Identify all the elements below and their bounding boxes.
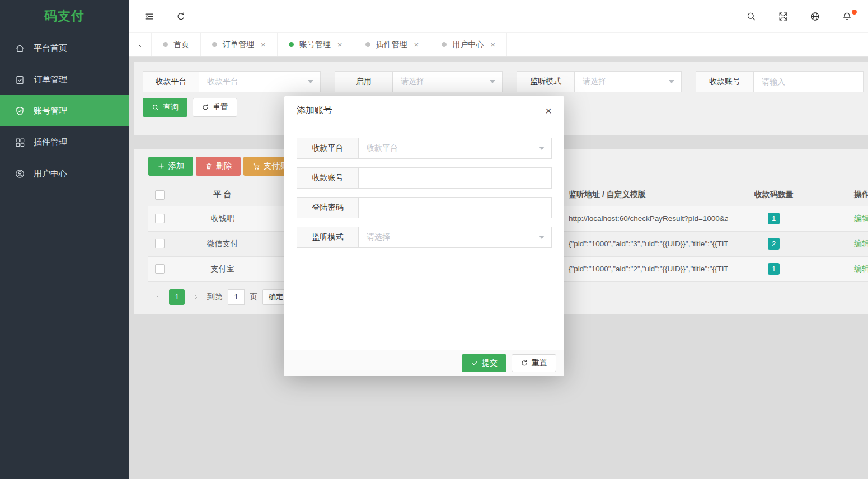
search-icon bbox=[746, 11, 757, 22]
filter-reset-button[interactable]: 重置 bbox=[193, 98, 237, 117]
menu-collapse-button[interactable] bbox=[143, 11, 154, 22]
platform-select[interactable]: 收款平台 bbox=[359, 138, 551, 158]
tabs-back-button[interactable] bbox=[129, 33, 152, 56]
modal-reset-button[interactable]: 重置 bbox=[512, 354, 556, 372]
tab-orders[interactable]: 订单管理 × bbox=[201, 33, 278, 56]
refresh-icon bbox=[520, 359, 528, 367]
sidebar-item-user-center[interactable]: 用户中心 bbox=[0, 158, 129, 189]
tab-user-center[interactable]: 用户中心 × bbox=[430, 33, 507, 56]
chevron-left-icon bbox=[137, 41, 143, 48]
sidebar: 码支付 平台首页 订单管理 账号管理 插件管理 用户中心 bbox=[0, 0, 129, 479]
search-button[interactable] bbox=[745, 11, 757, 22]
edit-link[interactable]: 编辑 bbox=[854, 214, 868, 223]
chevron-down-icon bbox=[539, 236, 545, 239]
qr-count-badge: 1 bbox=[768, 213, 780, 224]
chevron-left-icon bbox=[154, 294, 161, 300]
cell-platform: 支付宝 bbox=[171, 256, 274, 281]
add-account-modal: 添加账号 × 收款平台 收款平台 收款账号 登陆密码 监听模式 bbox=[284, 96, 564, 376]
refresh-page-button[interactable] bbox=[175, 11, 186, 22]
row-checkbox[interactable] bbox=[155, 264, 165, 274]
filter-enabled-select[interactable]: 请选择 bbox=[393, 72, 502, 92]
sidebar-item-orders[interactable]: 订单管理 bbox=[0, 64, 129, 95]
sidebar-item-accounts[interactable]: 账号管理 bbox=[0, 95, 129, 126]
next-page-button[interactable] bbox=[190, 289, 202, 305]
goto-page-input[interactable] bbox=[228, 289, 245, 305]
fullscreen-button[interactable] bbox=[777, 11, 789, 22]
sidebar-item-label: 插件管理 bbox=[34, 137, 67, 148]
sidebar-item-home[interactable]: 平台首页 bbox=[0, 32, 129, 64]
button-label: 重置 bbox=[532, 358, 547, 368]
home-icon bbox=[15, 43, 25, 54]
tab-plugins[interactable]: 插件管理 × bbox=[354, 33, 431, 56]
select-placeholder: 收款平台 bbox=[207, 77, 238, 87]
goto-page-label: 到第 bbox=[207, 292, 223, 302]
refresh-icon bbox=[176, 11, 186, 22]
search-icon bbox=[152, 104, 159, 111]
select-all-checkbox[interactable] bbox=[155, 190, 165, 200]
field-label: 登陆密码 bbox=[297, 198, 359, 218]
select-placeholder: 请选择 bbox=[401, 77, 424, 87]
filter-platform-select[interactable]: 收款平台 bbox=[199, 72, 320, 92]
delete-button[interactable]: 删除 bbox=[196, 157, 241, 176]
modal-submit-button[interactable]: 提交 bbox=[462, 354, 506, 372]
add-account-button[interactable]: 添加 bbox=[148, 157, 193, 176]
brand-logo: 码支付 bbox=[0, 0, 129, 32]
modal-field-account: 收款账号 bbox=[297, 167, 552, 189]
cart-icon bbox=[252, 162, 260, 170]
tab-dot bbox=[442, 42, 447, 47]
edit-link[interactable]: 编辑 bbox=[854, 239, 868, 248]
filter-enabled-label: 启用 bbox=[335, 72, 393, 92]
tab-label: 订单管理 bbox=[223, 40, 254, 50]
fullscreen-icon bbox=[778, 11, 789, 22]
qr-count-badge: 1 bbox=[768, 263, 780, 275]
filter-account: 收款账号 bbox=[696, 71, 864, 92]
col-header-listen: 监听地址 / 自定义模版 bbox=[565, 184, 728, 206]
button-label: 重置 bbox=[213, 102, 228, 112]
app-root: 码支付 平台首页 订单管理 账号管理 插件管理 用户中心 bbox=[0, 0, 868, 479]
tab-bar: 首页 订单管理 × 账号管理 × 插件管理 × 用户中心 × bbox=[129, 32, 868, 57]
page-unit-label: 页 bbox=[250, 292, 257, 302]
sidebar-item-label: 账号管理 bbox=[34, 106, 67, 116]
tab-close-icon[interactable]: × bbox=[261, 40, 266, 49]
tab-dot bbox=[163, 42, 168, 47]
select-placeholder: 请选择 bbox=[583, 77, 606, 87]
chevron-right-icon bbox=[193, 294, 199, 300]
row-checkbox[interactable] bbox=[155, 239, 165, 248]
sidebar-item-plugins[interactable]: 插件管理 bbox=[0, 126, 129, 158]
button-label: 添加 bbox=[168, 161, 184, 171]
tab-close-icon[interactable]: × bbox=[414, 40, 419, 49]
filter-account-label: 收款账号 bbox=[696, 72, 754, 92]
tab-label: 首页 bbox=[173, 40, 189, 50]
account-search-input[interactable] bbox=[754, 72, 863, 92]
search-submit-button[interactable]: 查询 bbox=[143, 98, 187, 117]
notifications-button[interactable] bbox=[841, 11, 852, 22]
modal-field-listen-mode: 监听模式 请选择 bbox=[297, 227, 552, 248]
modal-title: 添加账号 bbox=[297, 105, 332, 116]
chevron-down-icon bbox=[308, 80, 313, 83]
sidebar-item-label: 用户中心 bbox=[34, 168, 67, 179]
tab-close-icon[interactable]: × bbox=[490, 40, 495, 49]
globe-icon bbox=[810, 11, 820, 22]
tab-close-icon[interactable]: × bbox=[337, 40, 342, 49]
plugin-grid-icon bbox=[15, 137, 25, 148]
account-input[interactable] bbox=[359, 168, 551, 188]
field-label: 监听模式 bbox=[297, 227, 359, 247]
field-label: 收款平台 bbox=[297, 138, 359, 158]
row-checkbox[interactable] bbox=[155, 214, 165, 223]
filter-listen-mode-label: 监听模式 bbox=[517, 72, 575, 92]
order-clipboard-icon bbox=[15, 74, 25, 85]
modal-close-icon[interactable]: × bbox=[545, 105, 552, 116]
filter-enabled: 启用 请选择 bbox=[335, 71, 503, 92]
filter-listen-mode: 监听模式 请选择 bbox=[517, 71, 682, 92]
listen-mode-select[interactable]: 请选择 bbox=[359, 227, 551, 247]
tab-accounts[interactable]: 账号管理 × bbox=[278, 33, 354, 56]
page-number-button[interactable]: 1 bbox=[169, 289, 185, 305]
edit-link[interactable]: 编辑 bbox=[854, 264, 868, 273]
tab-home[interactable]: 首页 bbox=[152, 33, 201, 56]
password-input[interactable] bbox=[359, 198, 551, 218]
sidebar-item-label: 平台首页 bbox=[34, 43, 67, 54]
filter-listen-mode-select[interactable]: 请选择 bbox=[575, 72, 681, 92]
prev-page-button[interactable] bbox=[152, 289, 164, 305]
tab-label: 账号管理 bbox=[299, 40, 331, 50]
language-globe-button[interactable] bbox=[809, 11, 820, 22]
